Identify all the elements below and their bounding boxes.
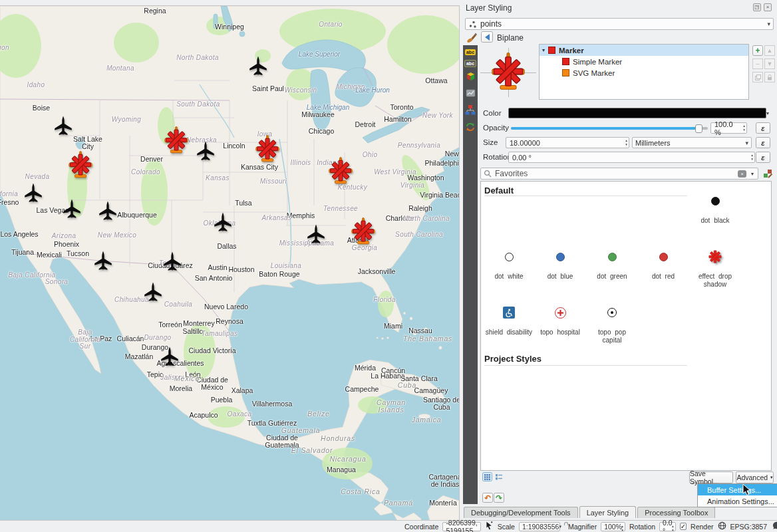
symbology-icon[interactable] xyxy=(466,32,478,45)
opacity-value: 100.0 % xyxy=(714,120,737,136)
tab-debugging-development-tools[interactable]: Debugging/Development Tools xyxy=(464,507,578,518)
redo-button[interactable]: ↷ xyxy=(494,493,504,503)
jamaica xyxy=(418,414,430,419)
scale-combo[interactable]: 1:19083556▾ xyxy=(519,522,560,531)
back-button[interactable] xyxy=(481,31,493,43)
style-item-dot-red[interactable]: dot red xyxy=(638,247,689,281)
map-rotation-spinbox[interactable]: 0.0 °▴▾ xyxy=(659,522,676,531)
move-down-button[interactable]: ▼ xyxy=(764,59,775,69)
opacity-override-button[interactable]: ε xyxy=(756,122,770,134)
marker-swatch xyxy=(548,47,555,54)
list-view-button[interactable] xyxy=(494,472,504,481)
map-geography xyxy=(0,6,460,520)
style-item-topo-pop-capital[interactable]: topo pop capital xyxy=(587,303,637,344)
point-layer-icon xyxy=(468,20,477,29)
style-item-dot-black[interactable]: dot black xyxy=(690,191,740,225)
style-item-label: dot black xyxy=(690,217,740,225)
render-checkbox[interactable]: ✓ xyxy=(680,523,687,530)
rotation-override-button[interactable]: ε xyxy=(756,152,770,163)
style-item-label: dot white xyxy=(484,273,534,281)
labels-icon[interactable]: abc xyxy=(465,49,476,55)
move-up-button[interactable]: ▲ xyxy=(764,45,775,56)
spin-arrows-icon[interactable]: ▴▾ xyxy=(743,124,745,132)
style-item-dot-white[interactable]: dot white xyxy=(484,247,534,281)
advanced-button[interactable]: Advanced ▾ xyxy=(736,471,774,483)
style-gallery: Default Project Styles dot black dot whi… xyxy=(480,181,772,471)
symbol-layer-child[interactable]: SVG Marker xyxy=(540,67,748,78)
detach-panel-icon[interactable]: ◳ xyxy=(753,3,761,11)
advanced-menu: Buffer Settings...Animation Settings... xyxy=(697,483,777,507)
opacity-slider[interactable] xyxy=(511,127,708,130)
symbol-preview xyxy=(478,45,539,100)
symbol-layer-tree: ▾ Marker Simple Marker SVG Marker xyxy=(539,44,749,100)
size-unit-combo[interactable]: Millimeters ▾ xyxy=(632,137,752,148)
coordinate-input[interactable]: -8206399, 5199155 xyxy=(442,522,480,531)
opacity-slider-handle[interactable] xyxy=(695,124,702,133)
diagrams-icon[interactable] xyxy=(466,88,476,100)
opacity-spinbox[interactable]: 100.0 % ▴▾ xyxy=(710,122,747,134)
status-bar: Coordinate -8206399, 5199155 Scale 1:190… xyxy=(0,520,777,532)
symbol-layer-child[interactable]: Simple Marker xyxy=(540,56,748,67)
remove-symbol-layer-button[interactable]: − xyxy=(752,59,763,69)
capital-icon xyxy=(587,303,637,323)
chevron-down-icon[interactable]: ▾ xyxy=(750,171,755,177)
magnifier-label: Magnifier xyxy=(568,523,597,531)
scale-value: 1:19083556 xyxy=(522,523,559,531)
layer-selector[interactable]: points ▾ xyxy=(465,18,774,30)
style-item-label: dot red xyxy=(638,273,689,281)
style-item-shield-disability[interactable]: shield disability xyxy=(484,303,534,336)
3d-view-icon[interactable] xyxy=(466,72,476,84)
dot-blue-icon xyxy=(535,247,585,267)
magnifier-spinbox[interactable]: 100%▴▾ xyxy=(601,522,625,531)
color-dropdown-arrow[interactable]: ▾ xyxy=(766,108,774,118)
save-symbol-button[interactable]: Save Symbol... xyxy=(689,471,733,483)
symbol-layer-label: Marker xyxy=(559,47,584,55)
style-item-dot-green[interactable]: dot green xyxy=(587,247,637,281)
menu-item-buffer-settings-[interactable]: Buffer Settings... xyxy=(698,484,777,495)
simple-marker-swatch xyxy=(562,58,569,65)
style-manager-icon[interactable] xyxy=(762,168,773,181)
search-icon xyxy=(484,170,492,178)
style-item-topo-hospital[interactable]: topo hospital xyxy=(535,303,585,336)
map-rotation-value: 0.0 ° xyxy=(663,519,673,532)
dependencies-icon[interactable] xyxy=(465,104,476,117)
clear-search-icon[interactable]: × xyxy=(738,170,746,178)
close-panel-icon[interactable]: × xyxy=(764,3,772,11)
size-override-button[interactable]: ε xyxy=(756,137,770,148)
spin-arrows-icon[interactable]: ▴▾ xyxy=(625,138,627,146)
mouse-tracking-icon[interactable] xyxy=(485,521,494,531)
style-item-label: dot green xyxy=(587,273,637,281)
tab-layer-styling[interactable]: Layer Styling xyxy=(579,506,637,518)
tab-processing-toolbox[interactable]: Processing Toolbox xyxy=(637,507,715,518)
history-icon[interactable] xyxy=(465,122,476,134)
size-spinbox[interactable]: 18.00000 ▴▾ xyxy=(506,137,629,148)
spin-arrows-icon[interactable]: ▴▾ xyxy=(751,153,753,161)
rotation-spinbox[interactable]: 0.00 ° ▴▾ xyxy=(508,152,755,163)
callouts-icon[interactable]: abc xyxy=(464,60,476,67)
hospital-icon xyxy=(535,303,585,323)
icon-view-button[interactable] xyxy=(482,472,492,481)
duplicate-button[interactable] xyxy=(752,72,763,82)
shield-icon xyxy=(484,303,534,323)
coordinate-value: -8206399, 5199155 xyxy=(446,519,477,532)
lock-color-button[interactable] xyxy=(764,72,775,82)
color-swatch-button[interactable] xyxy=(508,108,766,118)
scale-label: Scale xyxy=(498,523,515,531)
map-rotation-label: Rotation xyxy=(629,523,655,531)
layer-selector-value: points xyxy=(480,19,502,29)
style-item-label: shield disability xyxy=(484,329,534,336)
search-placeholder: Favorites xyxy=(495,169,528,178)
expander-icon[interactable]: ▾ xyxy=(542,47,545,53)
crs-globe-icon[interactable] xyxy=(718,521,726,531)
map-canvas[interactable]: ReginaWinnipegOttawaTorontoHamiltonSaint… xyxy=(0,5,460,520)
symbol-layer-root[interactable]: ▾ Marker xyxy=(540,45,748,56)
menu-item-animation-settings-[interactable]: Animation Settings... xyxy=(698,495,777,507)
panel-title: Layer Styling xyxy=(466,3,512,13)
add-symbol-layer-button[interactable]: + xyxy=(752,45,763,56)
style-search-input[interactable]: Favorites × ▾ xyxy=(480,168,758,180)
undo-button[interactable]: ↶ xyxy=(482,493,493,503)
messages-icon[interactable] xyxy=(772,521,777,531)
style-item-effect-drop-shadow[interactable]: effect drop shadow xyxy=(690,247,740,288)
svg-marker-swatch xyxy=(562,69,569,76)
style-item-dot-blue[interactable]: dot blue xyxy=(535,247,585,281)
